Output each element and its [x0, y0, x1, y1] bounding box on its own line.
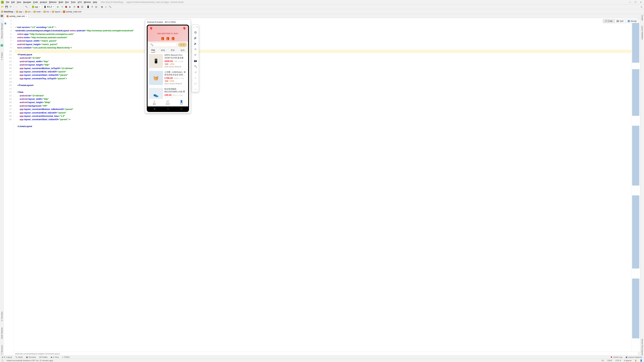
app-bottom-nav-item[interactable]: ⌂首页 — [148, 99, 161, 106]
code-minimap[interactable] — [631, 19, 640, 352]
system-recents-icon[interactable]: □ — [181, 108, 182, 110]
breadcrumb-src[interactable]: src — [25, 10, 31, 13]
tab-profiler[interactable]: ◔ Profiler — [39, 356, 48, 358]
breadcrumb-activity-main-xml[interactable]: activity_main.xml — [63, 10, 81, 13]
app-category-tab[interactable]: 手机 — [151, 49, 155, 52]
app-banner[interactable]: VALENTINE'S DAY 🎁 🎁 🎁 — [148, 25, 188, 41]
emulator-more-icon[interactable]: ⋯ — [194, 87, 197, 91]
mode-design[interactable]: Design — [626, 19, 639, 23]
right-tool-layout-validation[interactable]: Layout Validation — [641, 26, 643, 40]
app-category-tab[interactable]: 家电 — [161, 49, 165, 52]
app-category-tab[interactable]: 男装 — [171, 49, 175, 52]
breadcrumb-app[interactable]: app — [16, 10, 22, 13]
ide-errors-icon[interactable]: ⚠ — [640, 5, 643, 8]
editor-gutter[interactable]: 1234567891011121314151617181920212223242… — [4, 18, 14, 355]
menu-refactor[interactable]: Refactor — [48, 1, 58, 4]
resource-manager-icon[interactable]: ▥ — [94, 5, 98, 8]
left-tool-structure[interactable]: 7: Structure — [1, 345, 3, 355]
tab-event-log[interactable]: Event Log — [611, 356, 622, 358]
attach-debugger-icon[interactable]: 🐞 — [77, 5, 80, 8]
open-icon[interactable]: 📂 — [1, 5, 4, 8]
status-indent[interactable]: 4 spaces — [624, 360, 632, 362]
app-product-item[interactable]: 👟特步情侣板鞋 881219319851 白色-男 …159.0038111+人… — [148, 86, 188, 99]
emulator-minimize-icon[interactable]: — — [193, 26, 195, 28]
emulator-close-icon[interactable]: ✕ — [196, 26, 198, 28]
breadcrumb-main[interactable]: main — [33, 10, 41, 13]
app-product-list[interactable]: 📱OPPO Reno10 Pro+ 16GB+512GB 暮光紫 骁…4299.… — [148, 52, 188, 99]
menu-build[interactable]: Build — [58, 1, 64, 4]
left-tool-resource-manager[interactable]: Resource Manager — [1, 22, 3, 39]
make-project-icon[interactable]: 🔨 — [25, 5, 28, 8]
mode-code[interactable]: Code — [603, 19, 615, 23]
app-product-item[interactable]: 📱OPPO Reno10 Pro+ 16GB+512GB 暮光紫 骁…4299.… — [148, 52, 188, 69]
run-icon[interactable]: ▶ — [56, 5, 60, 8]
app-category-tab[interactable]: 医药 — [180, 49, 185, 52]
tab-build[interactable]: 🔨 Build — [15, 356, 23, 358]
app-product-item[interactable]: 🧺小天鹅（LittleSwan）滚筒洗衣机全自动 深层…1799.0010008… — [148, 69, 188, 86]
emulator-window[interactable]: Android Emulator - BCLX:5554 VALENTINE'S… — [145, 19, 191, 113]
status-line-separator[interactable]: CRLF — [607, 360, 612, 362]
code-editor[interactable]: <?xml version="1.0" encoding="utf-8"?><a… — [14, 18, 638, 355]
close-tab-icon[interactable]: ✕ — [26, 15, 27, 17]
system-back-icon[interactable]: ◁ — [154, 108, 155, 110]
device-selector[interactable]: 📱 BCLX ▼ — [42, 5, 56, 9]
tab-logcat[interactable]: ≣ 6: Logcat — [2, 356, 12, 358]
editor-tab-activity-main[interactable]: activity_main.xml ✕ — [5, 14, 28, 18]
window-maximize-icon[interactable]: ☐ — [634, 1, 636, 3]
emulator-rotate-right-icon[interactable]: ⟳ — [194, 53, 197, 57]
app-bottom-nav-item[interactable]: 👤我的 — [174, 99, 188, 106]
avd-manager-icon[interactable]: 📱 — [86, 5, 90, 8]
layout-inspector-icon[interactable]: ▣ — [100, 5, 104, 8]
run-config-selector[interactable]: app ▼ — [31, 5, 42, 9]
status-readonly-lock-icon[interactable]: 🔓 — [634, 359, 637, 362]
tab-run[interactable]: ▶ 4: Run — [51, 356, 59, 358]
window-minimize-icon[interactable]: — — [629, 1, 631, 3]
apply-changes-icon[interactable]: ⟲ — [60, 5, 64, 8]
back-icon[interactable]: ← — [15, 5, 18, 8]
sdk-manager-icon[interactable]: ⬇ — [90, 5, 94, 8]
emulator-volume-down-icon[interactable]: 🔉 — [194, 42, 197, 45]
menu-run[interactable]: Run — [64, 1, 70, 4]
breadcrumb-newshop[interactable]: NewShop — [1, 10, 13, 13]
right-tool-gradle[interactable]: Gradle — [641, 15, 643, 21]
right-tool-device-file-explorer[interactable]: Device File Explorer — [641, 339, 643, 355]
breadcrumb-res[interactable]: res — [44, 10, 49, 13]
resource-manager-tool-icon[interactable] — [1, 15, 3, 17]
menu-code[interactable]: Code — [32, 1, 39, 4]
emulator-icon[interactable]: ▭ — [104, 5, 108, 8]
window-close-icon[interactable]: ✕ — [640, 1, 642, 3]
emulator-power-icon[interactable]: ⏻ — [194, 30, 197, 34]
editor-breadcrumb[interactable]: androidx.constraintlayout.widget.Constra… — [14, 352, 638, 355]
status-encoding[interactable]: UTF-8 — [615, 360, 621, 362]
emulator-screen[interactable]: VALENTINE'S DAY 🎁 🎁 🎁 🔍 搜 索 手机家电男装医药 📱OP… — [148, 25, 188, 106]
save-icon[interactable]: 💾 — [5, 5, 8, 8]
menu-tools[interactable]: Tools — [70, 1, 77, 4]
mode-split[interactable]: Split — [614, 19, 626, 23]
system-home-icon[interactable]: ○ — [167, 108, 168, 110]
emulator-zoom-icon[interactable]: 🔍 — [194, 65, 197, 68]
menu-navigate[interactable]: Navigate — [22, 1, 32, 4]
menu-window[interactable]: Window — [83, 1, 92, 4]
status-tool-window-toggle-icon[interactable]: ▢ — [2, 359, 4, 362]
app-search-button[interactable]: 搜 索 — [178, 42, 187, 47]
menu-vcs[interactable]: VCS — [77, 1, 83, 4]
emulator-volume-up-icon[interactable]: 🔊 — [194, 36, 197, 39]
tab-layout-inspector[interactable]: ▣ Layout Inspector — [626, 356, 642, 358]
left-tool-favorites[interactable]: 2: Favorites — [1, 311, 3, 322]
menu-help[interactable]: Help — [92, 1, 98, 4]
menu-analyze[interactable]: Analyze — [39, 1, 48, 4]
coverage-icon[interactable]: ▶ — [68, 5, 72, 8]
left-tool-project[interactable]: 1: Project — [1, 52, 3, 61]
forward-icon[interactable]: → — [19, 5, 22, 8]
sync-icon[interactable]: ⟳ — [9, 5, 12, 8]
emulator-back-icon[interactable]: ◁ — [194, 70, 197, 74]
emulator-overview-icon[interactable]: □ — [194, 82, 197, 85]
menu-file[interactable]: File — [5, 1, 10, 4]
debug-icon[interactable]: 🐞 — [64, 5, 68, 8]
tab-terminal[interactable]: ▣ Terminal — [26, 356, 36, 358]
stop-icon[interactable] — [81, 5, 84, 8]
status-caret-position[interactable]: 8:1 — [602, 360, 604, 362]
app-bottom-nav-item[interactable]: 🛒购物车 — [161, 99, 175, 106]
status-inspections-icon[interactable]: 👤 — [640, 359, 642, 362]
menu-view[interactable]: View — [16, 1, 22, 4]
